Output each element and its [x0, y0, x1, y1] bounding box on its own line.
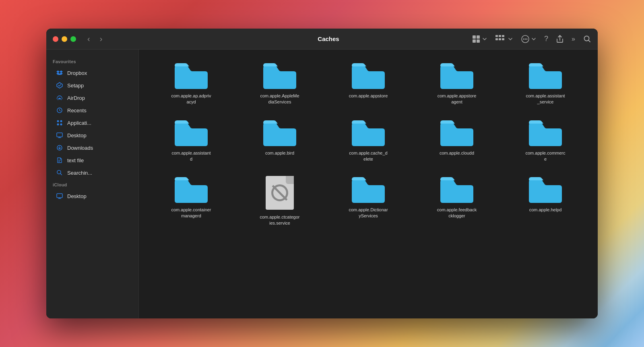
traffic-lights — [53, 36, 76, 42]
folder-icon-7 — [262, 118, 298, 147]
file-label-11: com.apple.containermanagerd — [171, 207, 211, 219]
file-item-9[interactable]: com.apple.cloudd — [414, 115, 500, 165]
recents-icon — [56, 107, 63, 114]
file-item-1[interactable]: com.apple.ap.adprivacyd — [149, 58, 234, 108]
file-item-3[interactable]: com.apple.appstore — [326, 58, 411, 108]
file-item-5[interactable]: com.apple.assistant_service — [503, 58, 588, 108]
file-label-5: com.apple.assistant_service — [525, 93, 566, 105]
sidebar-item-downloads[interactable]: Downloads — [50, 142, 135, 154]
svg-rect-1 — [477, 35, 480, 39]
sidebar-item-dropbox-label: Dropbox — [67, 70, 87, 76]
folder-icon-4 — [439, 61, 475, 90]
help-button[interactable]: ? — [544, 35, 548, 43]
svg-rect-4 — [495, 35, 498, 37]
desktop-icon — [56, 132, 63, 139]
minimize-button[interactable] — [62, 36, 67, 42]
sidebar-item-recents-label: Recents — [67, 107, 87, 114]
applications-icon — [56, 119, 63, 126]
file-label-2: com.apple.AppleMediaServices — [260, 93, 300, 105]
sidebar: Favourites Dropbox — [46, 50, 139, 318]
file-item-7[interactable]: com.apple.bird — [237, 115, 322, 165]
svg-rect-0 — [473, 35, 476, 39]
sidebar-item-applications[interactable]: Applicati... — [50, 117, 135, 129]
group-view-button[interactable] — [495, 35, 513, 43]
sidebar-item-setapp-label: Setapp — [67, 83, 84, 89]
file-label-14: com.apple.feedbackcklogger — [437, 207, 477, 219]
search-button[interactable] — [583, 35, 591, 43]
file-item-15[interactable]: com.apple.helpd — [503, 171, 588, 229]
sidebar-item-searching-label: Searchin... — [67, 170, 92, 176]
more-options-button[interactable] — [521, 35, 536, 43]
favourites-section-label: Favourites — [46, 56, 138, 66]
sidebar-item-airdrop[interactable]: AirDrop — [50, 92, 135, 104]
sidebar-item-applications-label: Applicati... — [67, 120, 91, 126]
file-label-15: com.apple.helpd — [529, 207, 562, 213]
file-item-6[interactable]: com.apple.assistantd — [149, 115, 234, 165]
svg-rect-8 — [499, 38, 501, 40]
folder-icon-2 — [262, 61, 298, 90]
file-item-13[interactable]: com.apple.DictionaryServices — [326, 171, 411, 229]
sidebar-item-recents[interactable]: Recents — [50, 104, 135, 116]
sidebar-item-setapp[interactable]: Setapp — [50, 79, 135, 91]
sidebar-item-desktop-label: Desktop — [67, 132, 87, 138]
sidebar-item-dropbox[interactable]: Dropbox — [50, 67, 135, 79]
svg-point-11 — [523, 38, 524, 39]
setapp-icon — [56, 82, 63, 89]
folder-icon-3 — [350, 61, 386, 90]
sidebar-item-desktop[interactable]: Desktop — [50, 129, 135, 141]
svg-point-12 — [525, 38, 526, 39]
sidebar-item-textfile[interactable]: text file — [50, 154, 135, 166]
svg-rect-26 — [57, 194, 62, 198]
folder-icon-9 — [439, 118, 475, 147]
sidebar-item-downloads-label: Downloads — [67, 145, 93, 151]
svg-rect-21 — [57, 133, 62, 137]
folder-icon-1 — [173, 61, 209, 90]
files-grid: com.apple.ap.adprivacyd com.apple.AppleM… — [149, 58, 588, 229]
blocked-doc-shape — [266, 176, 294, 210]
svg-point-17 — [57, 120, 59, 122]
maximize-button[interactable] — [70, 36, 76, 42]
close-button[interactable] — [53, 36, 58, 42]
svg-point-18 — [60, 120, 62, 122]
more-nav-button[interactable]: » — [572, 35, 575, 43]
sidebar-item-searching[interactable]: Searchin... — [50, 167, 135, 179]
file-label-12: com.apple.ctcategories.service — [260, 214, 300, 226]
icloud-desktop-icon — [56, 192, 63, 200]
svg-rect-6 — [502, 35, 504, 37]
folder-icon-15 — [527, 175, 564, 204]
searching-icon — [56, 169, 63, 176]
folder-icon-11 — [173, 175, 209, 204]
file-item-8[interactable]: com.apple.cache_delete — [326, 115, 411, 165]
file-label-7: com.apple.bird — [265, 150, 294, 156]
file-label-10: com.apple.commerce — [525, 150, 566, 162]
svg-rect-7 — [495, 38, 498, 40]
file-item-14[interactable]: com.apple.feedbackcklogger — [414, 171, 500, 229]
content-area: Favourites Dropbox — [46, 50, 598, 318]
svg-point-13 — [526, 38, 528, 39]
svg-rect-3 — [477, 39, 480, 43]
titlebar: ‹ › Caches — [46, 29, 598, 50]
back-button[interactable]: ‹ — [84, 33, 93, 45]
downloads-icon — [56, 144, 63, 151]
folder-icon-13 — [350, 175, 386, 204]
sidebar-item-icloud-desktop-label: Desktop — [67, 193, 87, 199]
file-label-4: com.apple.appstoreagent — [437, 93, 477, 105]
file-label-6: com.apple.assistantd — [171, 150, 211, 162]
dropbox-icon — [56, 69, 63, 76]
file-item-12[interactable]: com.apple.ctcategories.service — [237, 171, 322, 229]
svg-point-19 — [57, 124, 59, 126]
share-button[interactable] — [556, 35, 564, 43]
svg-rect-2 — [473, 39, 476, 43]
sidebar-item-icloud-desktop[interactable]: Desktop — [50, 190, 135, 202]
view-icon-button[interactable] — [472, 35, 487, 43]
airdrop-icon — [56, 94, 63, 101]
folder-icon-10 — [527, 118, 564, 147]
svg-point-20 — [60, 124, 62, 126]
file-item-10[interactable]: com.apple.commerce — [503, 115, 588, 165]
forward-button[interactable]: › — [97, 33, 106, 45]
file-item-2[interactable]: com.apple.AppleMediaServices — [237, 58, 322, 108]
finder-window: ‹ › Caches — [46, 29, 598, 318]
window-title: Caches — [318, 35, 339, 42]
file-item-4[interactable]: com.apple.appstoreagent — [414, 58, 500, 108]
file-item-11[interactable]: com.apple.containermanagerd — [149, 171, 234, 229]
